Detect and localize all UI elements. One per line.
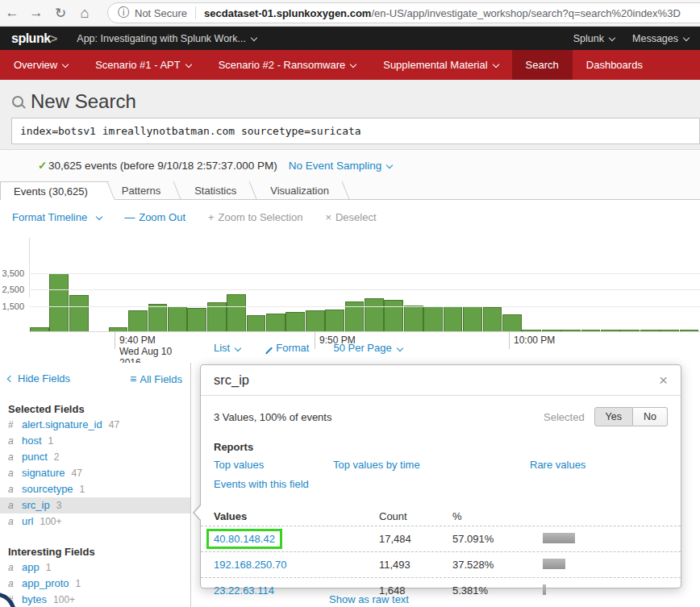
menu-messages[interactable]: Messages (632, 33, 689, 44)
selected-no-button[interactable]: No (633, 407, 668, 426)
histogram-bar[interactable] (640, 330, 660, 331)
nav-item-supplemental-material[interactable]: Supplemental Material (369, 50, 511, 80)
histogram-bar[interactable] (423, 306, 443, 331)
histogram-bar[interactable] (660, 330, 679, 331)
nav-item-overview[interactable]: Overview (0, 50, 81, 80)
histogram-bar[interactable] (444, 306, 463, 331)
nav-item-dashboards[interactable]: Dashboards (573, 50, 656, 80)
interesting-fields-list: aapp1aapp_proto1#bytes100+ (0, 559, 190, 607)
histogram-bar[interactable] (384, 300, 403, 331)
tab-patterns[interactable]: Patterns (109, 181, 181, 199)
close-icon[interactable]: × (659, 372, 668, 388)
url-bar[interactable]: ⓘ Not Secure secdataset-01.splunkoxygen.… (107, 2, 700, 23)
per-page-menu[interactable]: 50 Per Page (333, 342, 402, 354)
value-link[interactable]: 23.22.63.114 (214, 584, 274, 597)
histogram-bar[interactable] (601, 330, 620, 331)
field-name[interactable]: src_ip (22, 497, 50, 513)
app-menu[interactable]: App: Investigating with Splunk Work... (77, 33, 256, 44)
report-link-rare-values[interactable]: Rare values (530, 459, 585, 471)
report-link-top-values-by-time[interactable]: Top values by time (333, 459, 530, 471)
histogram-bar[interactable] (502, 314, 522, 331)
histogram-bar[interactable] (148, 304, 168, 331)
list-menu[interactable]: List (214, 342, 240, 354)
field-row-sourcetype[interactable]: asourcetype1 (0, 481, 190, 497)
field-row-alert-signature-id[interactable]: #alert.signature_id47 (0, 417, 190, 433)
field-row-signature[interactable]: asignature47 (0, 465, 190, 481)
histogram-bar[interactable] (109, 327, 128, 331)
histogram-bar[interactable] (404, 306, 423, 331)
info-icon[interactable]: ⓘ (118, 6, 129, 20)
field-name[interactable]: alert.signature_id (22, 417, 102, 433)
histogram-bar[interactable] (365, 298, 384, 331)
field-name[interactable]: url (22, 513, 33, 530)
nav-item-label: Dashboards (586, 59, 643, 71)
field-name[interactable]: sourcetype (22, 481, 73, 497)
histogram-bar[interactable] (581, 330, 601, 331)
field-name[interactable]: bytes (22, 592, 47, 607)
format-timeline-menu[interactable]: Format Timeline (12, 211, 102, 223)
search-query-input[interactable]: index=botsv1 imreallynotbatman.com sourc… (11, 118, 700, 144)
report-link-top-values[interactable]: Top values (214, 459, 333, 471)
field-name[interactable]: punct (22, 449, 48, 465)
histogram-bar[interactable] (49, 273, 69, 331)
format-menu[interactable]: Format (265, 342, 309, 354)
home-icon[interactable]: ⌂ (73, 5, 97, 22)
y-axis-tick-label: 1,500 (0, 301, 24, 311)
field-name[interactable]: app_proto (22, 576, 69, 592)
histogram-bar[interactable] (542, 330, 561, 331)
nav-item-scenario-2-ransomware[interactable]: Scenario #2 - Ransomware (205, 50, 370, 80)
histogram-bar[interactable] (128, 310, 148, 331)
menu-splunk[interactable]: Splunk (573, 33, 615, 44)
field-row-bytes[interactable]: #bytes100+ (0, 592, 190, 607)
field-row-src-ip[interactable]: asrc_ip3 (0, 497, 190, 513)
histogram-bar[interactable] (247, 315, 266, 331)
field-row-punct[interactable]: apunct2 (0, 449, 190, 465)
zoom-out-button[interactable]: —Zoom Out (124, 211, 185, 223)
percent-cell: 5.381% (452, 584, 543, 597)
histogram-bar[interactable] (69, 295, 89, 331)
interesting-fields-heading: Interesting Fields (0, 546, 190, 558)
histogram-bar[interactable] (187, 308, 206, 331)
reload-icon[interactable]: ↻ (48, 5, 73, 22)
histogram-bar[interactable] (620, 330, 640, 331)
field-row-url[interactable]: aurl100+ (0, 513, 190, 530)
field-row-app-proto[interactable]: aapp_proto1 (0, 576, 190, 592)
histogram-bar[interactable] (522, 330, 541, 331)
forward-icon[interactable]: → (24, 5, 48, 21)
splunk-logo[interactable]: splunk> (11, 31, 57, 46)
field-name[interactable]: signature (22, 465, 65, 481)
tab-visualization[interactable]: Visualization (257, 181, 350, 199)
field-name[interactable]: host (22, 433, 42, 449)
histogram-bar[interactable] (266, 314, 285, 331)
field-row-app[interactable]: aapp1 (0, 559, 190, 576)
histogram-bar[interactable] (325, 310, 344, 331)
histogram-bar[interactable] (561, 330, 581, 331)
tick-label-line: 10:00 PM (514, 335, 555, 346)
histogram-bar[interactable] (285, 312, 305, 331)
histogram-bar[interactable] (227, 294, 246, 331)
nav-item-scenario-1-apt[interactable]: Scenario #1 - APT (81, 50, 205, 80)
back-icon[interactable]: ← (0, 5, 24, 21)
nav-item-search[interactable]: Search (512, 50, 573, 80)
tab-events-30-625[interactable]: Events (30,625) (0, 181, 109, 200)
histogram-bar[interactable] (30, 327, 49, 331)
per-page-label: 50 Per Page (333, 342, 391, 354)
tab-statistics[interactable]: Statistics (181, 181, 257, 199)
value-link[interactable]: 192.168.250.70 (214, 559, 286, 571)
events-with-field-link[interactable]: Events with this field (214, 478, 309, 490)
histogram-bar[interactable] (463, 306, 482, 331)
selected-label: Selected (544, 411, 585, 423)
field-type: a (8, 449, 15, 465)
chevron-down-icon (96, 213, 102, 219)
histogram-bar[interactable] (483, 307, 502, 331)
field-row-host[interactable]: ahost1 (0, 433, 190, 449)
hide-fields-link[interactable]: Hide Fields (8, 372, 70, 385)
histogram-bar[interactable] (168, 306, 187, 331)
histogram-bar[interactable] (306, 310, 325, 331)
field-name[interactable]: app (22, 559, 40, 576)
selected-yes-button[interactable]: Yes (594, 407, 633, 426)
all-fields-link[interactable]: ≡All Fields (130, 372, 182, 385)
histogram-bar[interactable] (680, 330, 699, 331)
event-sampling-menu[interactable]: No Event Sampling (289, 160, 393, 172)
value-link[interactable]: 40.80.148.42 (214, 533, 275, 545)
